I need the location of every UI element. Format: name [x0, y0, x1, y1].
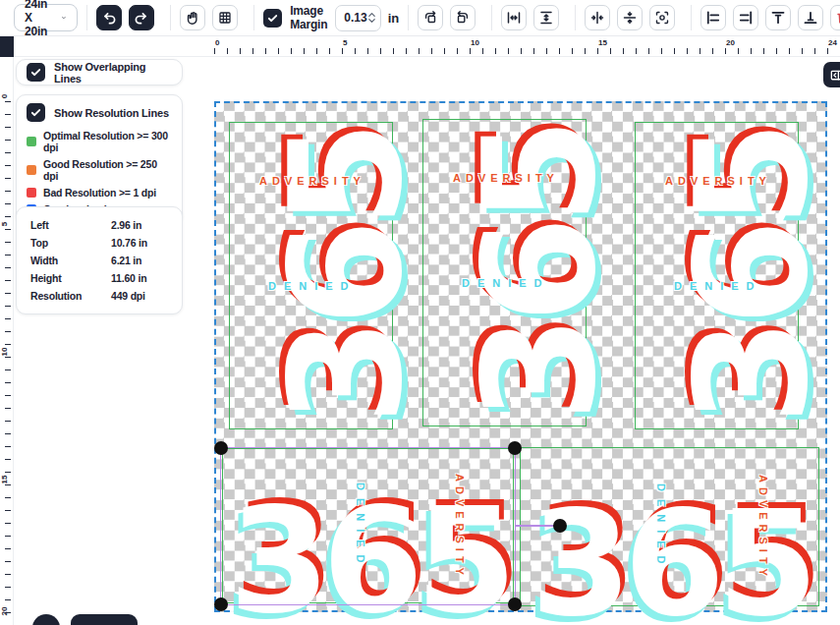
design-image[interactable]: 365 ADVERSITY DENIED	[422, 119, 587, 426]
toolbar-separator	[491, 5, 492, 30]
ruler-corner	[0, 36, 14, 57]
align-top-button[interactable]	[765, 5, 791, 30]
show-overlapping-label: Show Overlapping Lines	[54, 61, 172, 85]
rotation-handle-stem	[516, 525, 554, 527]
ruler-label: 0	[0, 90, 8, 102]
design-word-adversity: ADVERSITY	[230, 172, 394, 190]
horizontal-ruler: 0 5 10 15 20 24	[14, 36, 840, 57]
trash-icon	[835, 10, 840, 26]
stepper-down-icon	[367, 18, 376, 24]
match-width-button[interactable]	[501, 5, 527, 30]
ruler-label: 0	[215, 38, 219, 47]
delete-button[interactable]	[830, 5, 840, 30]
legend-item: Bad Resolution >= 1 dpi	[27, 187, 172, 199]
toolbar-separator	[253, 5, 254, 30]
property-resolution: Resolution 449 dpi	[30, 287, 182, 305]
image-margin-stepper[interactable]	[367, 12, 376, 24]
design-number: 365	[521, 491, 820, 625]
align-left-button[interactable]	[700, 5, 726, 30]
align-bottom-button[interactable]	[798, 5, 823, 30]
design-image[interactable]: 365 ADVERSITY DENIED	[635, 122, 799, 429]
legend-swatch-bad	[27, 188, 36, 198]
center-horizontal-button[interactable]	[585, 5, 610, 30]
design-word-denied: DENIED	[636, 277, 800, 295]
design-image[interactable]: 365 ADVERSITY DENIED	[229, 122, 393, 429]
match-height-icon	[538, 10, 554, 26]
canvas-artboard[interactable]: 365 ADVERSITY DENIED 365 ADVERSITY DENIE…	[214, 101, 827, 612]
chevron-down-icon	[61, 12, 67, 24]
undo-button[interactable]	[96, 5, 122, 30]
grid-button[interactable]	[212, 5, 238, 30]
resize-handle-bottom-right[interactable]	[508, 597, 522, 611]
resize-handle-top-left[interactable]	[214, 441, 228, 455]
center-horizontal-icon	[589, 10, 605, 26]
property-width: Width 6.21 in	[30, 252, 182, 269]
center-artboard-icon	[654, 10, 670, 26]
vertical-ruler: 0 5 10 15 20	[0, 57, 14, 625]
undo-icon	[101, 10, 117, 26]
sheet-size-value: 24in X 20in	[25, 0, 53, 38]
bottom-pill-button[interactable]	[71, 614, 138, 625]
ruler-label: 10	[471, 38, 479, 47]
properties-card: Left 2.96 in Top 10.76 in Width 6.21 in …	[16, 206, 183, 314]
toolbar-separator	[170, 5, 171, 30]
align-top-icon	[770, 10, 786, 26]
align-right-button[interactable]	[733, 5, 758, 30]
grid-icon	[217, 10, 233, 26]
ruler-label: 15	[598, 38, 607, 47]
toolbar: 24in X 20in Image Margin 0.13 in	[0, 0, 840, 36]
match-height-button[interactable]	[533, 5, 559, 30]
image-margin-value: 0.13	[344, 11, 366, 25]
hand-icon	[185, 10, 200, 26]
check-icon	[29, 66, 42, 79]
ruler-label: 10	[0, 346, 8, 358]
collapse-panel-button[interactable]	[823, 62, 840, 87]
rotation-handle[interactable]	[553, 519, 567, 533]
design-word-denied: DENIED	[423, 274, 588, 292]
center-vertical-icon	[622, 10, 638, 26]
pan-button[interactable]	[180, 5, 205, 30]
center-vertical-button[interactable]	[617, 5, 643, 30]
ruler-label: 5	[0, 218, 8, 230]
ruler-label: 20	[726, 38, 735, 47]
show-resolution-checkbox[interactable]	[27, 103, 45, 122]
rotate-right-button[interactable]	[450, 5, 476, 30]
sheet-size-select[interactable]: 24in X 20in	[14, 4, 78, 31]
toolbar-separator	[86, 5, 87, 30]
horizontal-ruler-ticks	[214, 48, 840, 54]
image-margin-input[interactable]: 0.13	[335, 5, 380, 31]
image-margin-checkbox[interactable]	[263, 9, 282, 28]
property-left: Left 2.96 in	[30, 216, 182, 234]
rotate-left-button[interactable]	[418, 5, 443, 30]
show-resolution-label: Show Resolution Lines	[54, 107, 169, 119]
ruler-label: 24	[828, 38, 837, 47]
redo-button[interactable]	[129, 5, 154, 30]
check-icon	[266, 12, 279, 25]
ruler-label: 20	[0, 605, 8, 617]
design-word-denied: DENIED	[652, 448, 670, 607]
legend-swatch-good	[27, 165, 36, 175]
image-margin-label: Image Margin	[290, 4, 327, 31]
property-top: Top 10.76 in	[30, 234, 182, 252]
rotate-left-icon	[422, 10, 438, 26]
ruler-label: 5	[343, 38, 347, 47]
property-height: Height 11.60 in	[30, 269, 182, 287]
design-word-adversity: ADVERSITY	[755, 448, 772, 607]
design-word-denied: DENIED	[230, 277, 394, 295]
toolbar-separator	[575, 5, 576, 30]
center-artboard-button[interactable]	[649, 5, 675, 30]
align-left-icon	[705, 10, 721, 26]
overlapping-lines-card: Show Overlapping Lines	[16, 59, 183, 85]
match-width-icon	[506, 10, 522, 26]
resize-handle-top-right[interactable]	[508, 441, 522, 455]
margin-unit-label: in	[388, 11, 400, 26]
toolbar-separator	[408, 5, 409, 30]
resize-handle-bottom-left[interactable]	[214, 597, 228, 611]
ruler-label: 15	[0, 474, 8, 485]
toolbar-separator	[691, 5, 692, 30]
legend-swatch-optimal	[27, 137, 36, 146]
rotate-right-icon	[455, 10, 471, 26]
show-overlapping-checkbox[interactable]	[27, 63, 45, 82]
align-bottom-icon	[803, 10, 818, 26]
selection-box[interactable]	[220, 447, 516, 605]
